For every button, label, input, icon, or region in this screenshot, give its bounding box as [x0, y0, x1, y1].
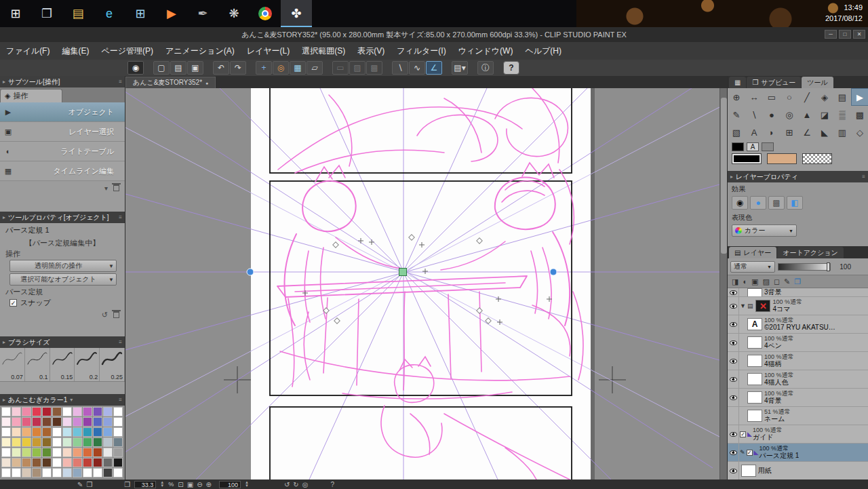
tool-gradient[interactable]: ▧ — [728, 123, 745, 141]
layer-row-8[interactable]: ✓◣100 %通常ガイド — [728, 425, 868, 444]
screen-settings-icon[interactable]: ❐ — [86, 481, 92, 488]
tool-lasso[interactable]: ○ — [781, 88, 798, 106]
eye-icon[interactable] — [730, 377, 737, 382]
color-swatch-21[interactable] — [93, 417, 102, 427]
maximize-button[interactable]: □ — [839, 30, 851, 39]
color-swatch-81[interactable] — [93, 468, 102, 477]
open-file-button[interactable]: ▤ — [170, 61, 186, 75]
info-button[interactable]: ⓘ — [477, 61, 494, 75]
color-swatch-17[interactable] — [52, 417, 62, 427]
set-ruler-icon[interactable]: ✎ — [784, 277, 790, 286]
tool-pencil[interactable]: ∖ — [745, 106, 763, 123]
eye-icon[interactable] — [730, 450, 737, 455]
color-swatch-61[interactable] — [12, 458, 21, 467]
eye-level-handle[interactable] — [399, 269, 407, 276]
sub-color-swatch[interactable] — [767, 153, 797, 164]
two-pane-icon[interactable]: ❐ — [794, 277, 801, 286]
color-swatch-78[interactable] — [62, 468, 72, 477]
color-swatch-57[interactable] — [93, 448, 102, 457]
tool-eyedropper[interactable]: ╱ — [798, 88, 816, 106]
subtool-item-0[interactable]: ▶オブジェクト — [0, 102, 125, 122]
color-swatch-82[interactable] — [103, 468, 113, 477]
color-swatch-83[interactable] — [113, 468, 123, 477]
color-swatch-47[interactable] — [113, 437, 123, 447]
eye-cell[interactable] — [728, 315, 739, 333]
tool-text[interactable]: A — [745, 123, 763, 141]
eye-cell[interactable] — [728, 288, 739, 296]
rotate-left-icon[interactable]: ↺ — [284, 481, 290, 488]
color-swatch-74[interactable] — [22, 468, 31, 477]
chrome-icon[interactable] — [250, 0, 281, 27]
color-swatch-37[interactable] — [12, 437, 21, 447]
snap-to-ruler-button[interactable]: + — [256, 61, 272, 75]
menu-item-2[interactable]: ページ管理(P) — [95, 42, 159, 60]
tool-property-header[interactable]: ▸ ツールプロパティ[オブジェクト] ≡ — [0, 212, 125, 223]
eye-icon[interactable] — [730, 304, 737, 309]
eye-cell[interactable] — [728, 334, 739, 351]
color-swatch-12[interactable] — [1, 417, 11, 427]
eye-cell[interactable] — [728, 444, 739, 461]
color-swatch-70[interactable] — [103, 458, 113, 467]
tab-layer[interactable]: ▤ レイヤー — [729, 247, 776, 258]
internet-explorer-icon[interactable]: e — [94, 0, 125, 27]
new-file-button[interactable]: ▢ — [153, 61, 170, 75]
color-swatch-3[interactable] — [32, 407, 41, 416]
eye-icon[interactable] — [730, 359, 737, 364]
color-swatch-25[interactable] — [12, 427, 21, 437]
brush-size-0.1[interactable]: 0.1 — [25, 348, 50, 381]
color-swatch-24[interactable] — [1, 427, 11, 437]
color-swatch-79[interactable] — [73, 468, 82, 477]
eye-cell[interactable] — [728, 407, 739, 425]
color-swatch-71[interactable] — [113, 458, 123, 467]
menu-item-9[interactable]: ヘルプ(H) — [519, 42, 568, 60]
color-swatch-33[interactable] — [93, 427, 102, 437]
color-swatch-31[interactable] — [73, 427, 82, 437]
enable-mask-icon[interactable]: ◻ — [774, 277, 780, 286]
chevron-down-icon[interactable]: ▾ — [70, 394, 73, 406]
eye-cell[interactable] — [728, 389, 739, 406]
color-swatch-45[interactable] — [93, 437, 102, 447]
selectable-object-dropdown[interactable]: 選択可能なオブジェクト ▼ — [9, 273, 117, 286]
canvas-viewport[interactable] — [125, 88, 719, 480]
help-icon[interactable]: ? — [330, 481, 334, 488]
lock-layer-icon[interactable]: ▣ — [751, 277, 758, 286]
tool-ruler[interactable]: ◣ — [816, 123, 833, 141]
color-swatch-27[interactable] — [32, 427, 41, 437]
color-swatch-29[interactable] — [52, 427, 62, 437]
color-swatch-7[interactable] — [73, 407, 82, 416]
color-swatch-51[interactable] — [32, 448, 41, 457]
color-swatch-42[interactable] — [62, 437, 72, 447]
color-swatch-67[interactable] — [73, 458, 82, 467]
color-swatch-53[interactable] — [52, 448, 62, 457]
zoom-value[interactable]: 33.3 — [134, 481, 156, 488]
snap-to-special-ruler-button[interactable]: ◎ — [273, 61, 289, 75]
brush-size-0.15[interactable]: 0.15 — [50, 348, 75, 381]
layer-row-1[interactable]: ▼▤100 %通常4コマ — [728, 297, 868, 315]
color-set-palette-header[interactable]: ▸ あんこむぎカラー1 ▾ ≡ — [0, 394, 125, 406]
menu-item-0[interactable]: ファイル(F) — [0, 42, 56, 60]
color-swatch-11[interactable] — [113, 407, 123, 416]
color-swatch-69[interactable] — [93, 458, 102, 467]
color-swatch-2[interactable] — [22, 407, 31, 416]
color-swatch-28[interactable] — [42, 427, 52, 437]
eye-icon[interactable] — [730, 322, 737, 327]
tab-autoaction[interactable]: オートアクション — [777, 247, 844, 258]
color-swatch-15[interactable] — [32, 417, 41, 427]
tool-comic-frame[interactable]: ⊞ — [781, 123, 798, 141]
pen-pressure-icon[interactable]: ✎ — [77, 481, 83, 488]
transparent-color-swatch[interactable] — [802, 153, 832, 164]
color-swatch-77[interactable] — [52, 468, 62, 477]
media-player-icon[interactable]: ▶ — [156, 0, 187, 27]
tool-brush[interactable]: ● — [763, 106, 781, 123]
zoom-stepper[interactable]: ▲▼ — [160, 481, 164, 488]
workspace-dropdown-button[interactable]: ▤▾ — [452, 61, 468, 75]
color-swatch-34[interactable] — [103, 427, 113, 437]
color-swatch-55[interactable] — [73, 448, 82, 457]
menu-item-6[interactable]: 表示(V) — [351, 42, 391, 60]
eye-cell[interactable] — [728, 425, 739, 443]
color-swatch-52[interactable] — [42, 448, 52, 457]
tool-airbrush[interactable]: ◎ — [781, 106, 798, 123]
delete-setting-icon[interactable] — [113, 311, 119, 318]
color-swatch-62[interactable] — [22, 458, 31, 467]
tool-operate[interactable]: ▶ — [851, 88, 868, 106]
